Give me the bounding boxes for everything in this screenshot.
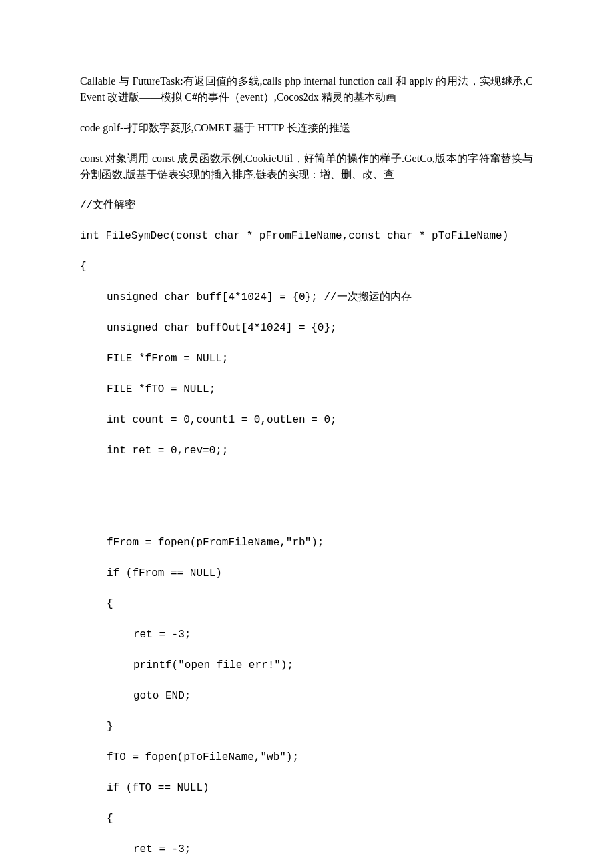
code-line: fFrom = fopen(pFromFileName,"rb"); <box>80 535 533 551</box>
code-line: FILE *fTO = NULL; <box>80 381 533 397</box>
code-line: printf("open file err!"); <box>80 657 533 673</box>
code-line: if (fFrom == NULL) <box>80 565 533 581</box>
document-page: Callable 与 FutureTask:有返回值的多线,calls php … <box>0 0 613 868</box>
code-line: { <box>80 811 533 827</box>
code-line <box>80 473 533 489</box>
paragraph: Callable 与 FutureTask:有返回值的多线,calls php … <box>80 73 533 105</box>
code-body: unsigned char buff[4*1024] = {0}; //一次搬运… <box>80 289 533 868</box>
code-line: { <box>80 596 533 612</box>
code-brace-open: { <box>80 259 533 275</box>
code-line: if (fTO == NULL) <box>80 780 533 796</box>
code-line: int count = 0,count1 = 0,outLen = 0; <box>80 412 533 428</box>
code-line: } <box>80 719 533 735</box>
code-line: unsigned char buff[4*1024] = {0}; //一次搬运… <box>80 289 533 305</box>
code-line: unsigned char buffOut[4*1024] = {0}; <box>80 320 533 336</box>
code-line: int ret = 0,rev=0;; <box>80 443 533 459</box>
code-signature: int FileSymDec(const char * pFromFileNam… <box>80 228 533 244</box>
code-line: FILE *fFrom = NULL; <box>80 351 533 367</box>
code-comment: //文件解密 <box>80 197 533 213</box>
code-line: ret = -3; <box>80 841 533 857</box>
paragraph: const 对象调用 const 成员函数示例,CookieUtil，好简单的操… <box>80 151 533 183</box>
code-line: ret = -3; <box>80 627 533 643</box>
code-line: goto END; <box>80 688 533 704</box>
code-line <box>80 504 533 520</box>
code-line: fTO = fopen(pToFileName,"wb"); <box>80 749 533 765</box>
paragraph: code golf--打印数字菱形,COMET 基于 HTTP 长连接的推送 <box>80 120 533 136</box>
